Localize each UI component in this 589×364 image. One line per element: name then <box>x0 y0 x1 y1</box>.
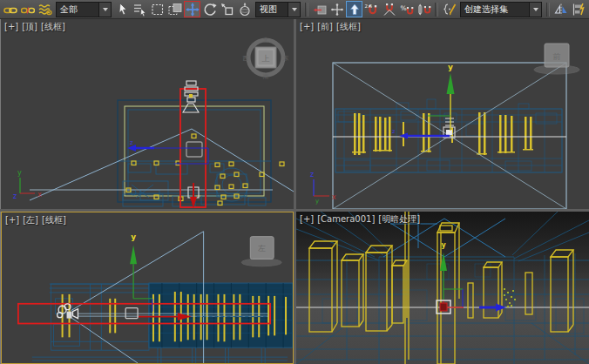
viewport-front[interactable]: y z z x y 前 <box>296 19 589 209</box>
mirror-button[interactable] <box>552 1 569 17</box>
select-object-button[interactable] <box>114 1 131 17</box>
svg-text:前: 前 <box>553 52 561 61</box>
brace-pen-icon <box>443 3 457 17</box>
keyboard-override-toggle[interactable] <box>346 1 362 17</box>
unlink-selection-button[interactable] <box>19 1 36 17</box>
rotate-circle-icon <box>203 3 217 17</box>
viewport-menu-general[interactable]: [+] <box>300 214 314 224</box>
wireframe-geometry <box>30 100 273 206</box>
svg-text:y: y <box>441 241 446 249</box>
reference-coordinate-dropdown[interactable]: 视图 <box>255 2 301 17</box>
window-crossing-icon <box>168 3 182 17</box>
selection-region-button[interactable] <box>149 1 166 17</box>
viewport-menu-general[interactable]: [+] <box>5 215 19 225</box>
named-selection-set-value: 创建选择集 <box>461 3 529 17</box>
align-lightning-icon <box>572 3 586 17</box>
pivot-center-icon <box>313 3 327 17</box>
svg-text:上: 上 <box>262 54 270 63</box>
svg-text:y: y <box>131 233 136 241</box>
select-and-move-button[interactable] <box>184 1 200 17</box>
viewport-canvas-left[interactable]: y 左 <box>2 212 293 363</box>
gizmo-y-axis[interactable]: y <box>428 63 455 131</box>
spinner-snap-magnet-icon <box>417 3 431 17</box>
viewport-menu-pov[interactable]: [顶] <box>22 22 37 31</box>
mirror-icon <box>554 3 568 17</box>
viewport-menu-shading[interactable]: [线框] <box>336 22 361 31</box>
selection-bracket <box>125 308 138 319</box>
viewport-splitter-vertical[interactable] <box>294 19 296 364</box>
viewport-left-active[interactable]: y 左 [+][左][线框] <box>1 212 294 364</box>
select-by-name-button[interactable] <box>132 1 148 17</box>
svg-text:南: 南 <box>263 73 269 80</box>
svg-text:西: 西 <box>242 55 249 62</box>
move-cross-icon <box>186 3 200 17</box>
viewport-menu-pov[interactable]: [Camera001] <box>317 214 375 224</box>
main-toolbar: 全部 <box>0 0 589 19</box>
viewport-menu-pov[interactable]: [左] <box>23 215 38 225</box>
chevron-down-icon[interactable] <box>529 3 541 17</box>
selection-filter-dropdown[interactable]: 全部 <box>56 2 112 17</box>
reference-coordinate-value: 视图 <box>256 3 288 17</box>
select-and-rotate-button[interactable] <box>201 1 218 17</box>
svg-text:2.5: 2.5 <box>365 3 373 9</box>
viewport-menu-shading[interactable]: [线框] <box>41 22 65 31</box>
viewport-menu-pov[interactable]: [前] <box>317 22 333 31</box>
viewport-label-top: [+][顶][线框] <box>4 21 69 33</box>
camera-object-side[interactable] <box>58 304 78 319</box>
select-and-scale-button[interactable] <box>219 1 235 17</box>
select-and-link-button[interactable] <box>2 1 18 17</box>
viewport-menu-shading[interactable]: [线框] <box>42 215 66 225</box>
svg-text:y: y <box>17 169 22 177</box>
angle-snap-toggle-button[interactable] <box>381 1 397 17</box>
viewport-canvas-camera[interactable]: y <box>296 212 589 364</box>
viewcube[interactable]: 左 <box>241 237 281 266</box>
svg-text:x: x <box>332 193 336 201</box>
broken-chain-icon <box>21 3 35 17</box>
viewport-menu-shading[interactable]: [明暗处理] <box>378 214 420 224</box>
use-pivot-point-center-button[interactable] <box>311 1 328 17</box>
viewport-menu-general[interactable]: [+] <box>4 22 18 31</box>
snap-toggle-button[interactable]: 2.5 <box>363 1 380 17</box>
window-crossing-toggle-button[interactable] <box>166 1 183 17</box>
viewport-canvas-top[interactable]: z y x z 上 <box>1 19 294 209</box>
svg-text:y: y <box>448 63 453 71</box>
camera-object-front[interactable] <box>443 118 455 138</box>
selection-filter-value: 全部 <box>57 3 98 17</box>
scale-box-icon <box>220 3 234 17</box>
edit-named-selection-sets-button[interactable] <box>441 1 457 17</box>
chevron-down-icon[interactable] <box>288 3 300 17</box>
spinner-snap-toggle-button[interactable] <box>416 1 432 17</box>
camera-background <box>296 212 589 364</box>
toolbar-separator <box>435 3 438 17</box>
svg-text:北: 北 <box>263 37 269 44</box>
viewcube[interactable]: 前 <box>534 44 579 74</box>
svg-text:左: 左 <box>258 245 266 253</box>
viewport-label-front: [+][前][线框] <box>300 21 364 33</box>
align-button[interactable] <box>570 1 586 17</box>
svg-text:x: x <box>37 191 42 199</box>
sphere-place-icon <box>238 3 252 17</box>
named-selection-set-dropdown[interactable]: 创建选择集 <box>460 2 542 17</box>
chain-link-icon <box>3 3 17 17</box>
viewport-top[interactable]: z y x z 上 <box>1 19 294 209</box>
viewport-camera[interactable]: y [+][Camera001][明暗处理] <box>296 212 589 364</box>
viewport-splitter-horizontal[interactable] <box>0 209 589 212</box>
svg-text:z: z <box>130 139 133 146</box>
toolbar-separator <box>546 3 550 17</box>
select-and-place-button[interactable] <box>236 1 253 17</box>
svg-text:z: z <box>392 128 396 135</box>
viewport-canvas-front[interactable]: y z z x y 前 <box>296 19 589 209</box>
dashed-rectangle-icon <box>151 3 165 17</box>
snap-magnet-icon: 2.5 <box>364 3 379 17</box>
toolbar-separator <box>305 3 308 17</box>
selected-panels-yellow[interactable] <box>352 112 533 155</box>
space-warp-waves-icon <box>38 3 52 17</box>
percent-snap-toggle-button[interactable]: % <box>398 1 415 17</box>
bind-to-space-warp-button[interactable] <box>37 1 53 17</box>
chevron-down-icon[interactable] <box>98 3 111 17</box>
viewport-menu-general[interactable]: [+] <box>300 22 314 31</box>
viewcube[interactable]: 上 北 东 南 西 <box>242 37 289 80</box>
select-and-manipulate-button[interactable] <box>328 1 345 17</box>
camera-object-top[interactable] <box>183 81 199 112</box>
gizmo-x-axis[interactable]: z <box>392 128 450 139</box>
